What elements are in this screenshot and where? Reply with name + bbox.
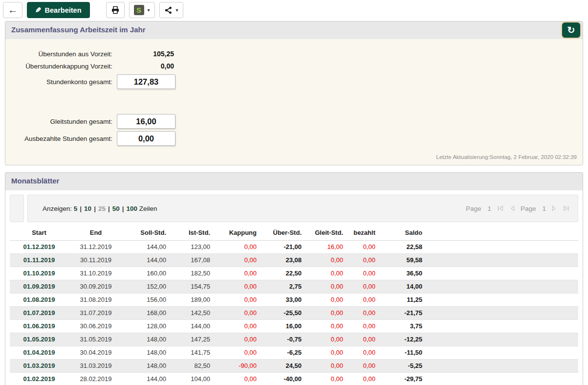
table-cell: 0,00 bbox=[305, 254, 347, 267]
table-cell: 31.05.2019 bbox=[68, 333, 123, 346]
separator: | bbox=[122, 205, 124, 212]
table-cell: 0,00 bbox=[347, 360, 379, 373]
back-button[interactable]: ← bbox=[3, 2, 22, 18]
table-cell: 0,00 bbox=[305, 333, 347, 346]
share-icon bbox=[164, 6, 173, 14]
table-cell: 0,00 bbox=[347, 320, 379, 333]
page-size-option-100[interactable]: 100 bbox=[127, 205, 138, 212]
app-logo-icon: S bbox=[134, 5, 144, 15]
table-cell: 24,50 bbox=[261, 360, 305, 373]
table-cell: 36,50 bbox=[379, 267, 426, 280]
column-header-start: Start bbox=[10, 226, 68, 241]
share-button[interactable]: ▾ bbox=[159, 2, 183, 18]
table-cell: 31.07.2019 bbox=[68, 307, 123, 320]
top-toolbar: ← ✎ Bearbeiten S ▾ ▾ bbox=[0, 0, 588, 20]
chevron-down-icon: ▾ bbox=[148, 7, 150, 13]
hours-account-total-field[interactable]: 127,83 bbox=[117, 74, 175, 89]
app-menu-button[interactable]: S ▾ bbox=[129, 2, 155, 18]
edit-button[interactable]: ✎ Bearbeiten bbox=[27, 2, 90, 18]
table-row: 01.06.201930.06.2019128,00144,000,0016,0… bbox=[10, 320, 578, 333]
table-cell: 0,00 bbox=[347, 346, 379, 360]
refresh-button[interactable]: ↻ bbox=[562, 23, 580, 38]
table-toolbar-main: Anzeigen: 5|10|25|50|100 Zeilen Page 1 bbox=[27, 195, 578, 222]
table-cell-filler bbox=[426, 320, 578, 333]
next-page-button[interactable] bbox=[551, 205, 557, 212]
field-label: Überstunden aus Vorzeit: bbox=[10, 50, 117, 58]
chevron-down-icon: ▾ bbox=[176, 7, 178, 13]
month-sheet-link[interactable]: 01.07.2019 bbox=[10, 307, 68, 320]
table-cell: 142,50 bbox=[170, 307, 214, 320]
separator: | bbox=[80, 205, 82, 212]
month-sheet-link[interactable]: 01.11.2019 bbox=[10, 254, 68, 267]
pencil-icon: ✎ bbox=[35, 6, 42, 15]
pagination: Page 1 Page 1 bbox=[466, 205, 570, 212]
month-sheet-link[interactable]: 01.04.2019 bbox=[10, 346, 68, 360]
table-cell: 144,00 bbox=[123, 241, 170, 254]
table-cell: 148,00 bbox=[123, 360, 170, 373]
table-cell: 33,00 bbox=[261, 294, 305, 307]
month-sheet-link[interactable]: 01.03.2019 bbox=[10, 360, 68, 373]
table-cell: -90,00 bbox=[214, 360, 261, 373]
table-cell: 144,00 bbox=[123, 254, 170, 267]
table-cell: 167,08 bbox=[170, 254, 214, 267]
table-cell: -12,25 bbox=[379, 333, 426, 346]
page-size-option-5[interactable]: 5 bbox=[74, 205, 78, 212]
field-row: Überstunden aus Vorzeit: 105,25 bbox=[10, 50, 578, 58]
paid-hours-total-field[interactable]: 0,00 bbox=[117, 131, 175, 146]
page-number-input[interactable]: 1 bbox=[542, 205, 546, 212]
table-cell: -29,75 bbox=[379, 373, 426, 385]
previous-page-button[interactable] bbox=[509, 205, 515, 212]
month-sheet-link[interactable]: 01.09.2019 bbox=[10, 280, 68, 294]
table-cell: 0,00 bbox=[305, 373, 347, 385]
column-header-ber-std: Über-Std. bbox=[261, 226, 305, 241]
table-cell: 0,00 bbox=[214, 373, 261, 385]
table-toolbar-left-cell bbox=[10, 195, 24, 222]
last-page-button[interactable] bbox=[563, 205, 570, 212]
month-sheet-link[interactable]: 01.06.2019 bbox=[10, 320, 68, 333]
table-cell: 16,00 bbox=[305, 241, 347, 254]
table-cell: -21,00 bbox=[261, 241, 305, 254]
column-header-soll-std: Soll-Std. bbox=[123, 226, 170, 241]
first-page-button[interactable] bbox=[497, 205, 504, 212]
print-button[interactable] bbox=[106, 2, 125, 18]
table-cell: 123,00 bbox=[170, 241, 214, 254]
table-cell: 0,00 bbox=[305, 267, 347, 280]
table-cell: 0,00 bbox=[347, 307, 379, 320]
table-cell: 31.08.2019 bbox=[68, 294, 123, 307]
field-label: Stundenkonto gesamt: bbox=[10, 78, 117, 86]
table-cell: 0,00 bbox=[214, 346, 261, 360]
month-sheet-link[interactable]: 01.10.2019 bbox=[10, 267, 68, 280]
table-cell: 0,00 bbox=[214, 254, 261, 267]
table-cell-filler bbox=[426, 254, 578, 267]
table-cell: 59,58 bbox=[379, 254, 426, 267]
column-header-ist-std: Ist-Std. bbox=[170, 226, 214, 241]
page-size-option-25[interactable]: 25 bbox=[98, 205, 106, 212]
table-cell: 154,75 bbox=[170, 280, 214, 294]
table-row: 01.07.201931.07.2019168,00142,500,00-25,… bbox=[10, 307, 578, 320]
page-size-option-10[interactable]: 10 bbox=[84, 205, 91, 212]
refresh-icon: ↻ bbox=[567, 24, 575, 36]
field-value: 0,00 bbox=[117, 62, 176, 70]
column-header-gleit-std: Gleit-Std. bbox=[305, 226, 347, 241]
page-size-option-50[interactable]: 50 bbox=[112, 205, 120, 212]
month-sheet-link[interactable]: 01.08.2019 bbox=[10, 294, 68, 307]
table-cell: 0,00 bbox=[347, 294, 379, 307]
table-cell: 182,50 bbox=[170, 267, 214, 280]
table-cell: 148,00 bbox=[123, 346, 170, 360]
month-sheet-link[interactable]: 01.02.2019 bbox=[10, 373, 68, 385]
field-label: Ausbezahlte Stunden gesamt: bbox=[10, 135, 117, 142]
summary-panel: Zusammenfassung Arbeitszeit im Jahr ↻ Üb… bbox=[5, 21, 583, 165]
table-cell: 16,00 bbox=[261, 320, 305, 333]
summary-panel-title: Zusammenfassung Arbeitszeit im Jahr bbox=[11, 25, 146, 34]
table-cell: 0,00 bbox=[347, 373, 379, 385]
table-cell: 144,00 bbox=[170, 320, 214, 333]
field-row: Überstundenkappung Vorzeit: 0,00 bbox=[10, 62, 578, 70]
month-sheet-link[interactable]: 01.12.2019 bbox=[10, 241, 68, 254]
flex-hours-total-field[interactable]: 16,00 bbox=[117, 114, 175, 129]
table-cell: -11,50 bbox=[379, 346, 426, 360]
table-cell: 30.06.2019 bbox=[68, 320, 123, 333]
table-cell: 30.04.2019 bbox=[68, 346, 123, 360]
table-cell: 0,00 bbox=[214, 267, 261, 280]
month-sheet-link[interactable]: 01.05.2019 bbox=[10, 333, 68, 346]
edit-button-label: Bearbeiten bbox=[45, 6, 82, 14]
